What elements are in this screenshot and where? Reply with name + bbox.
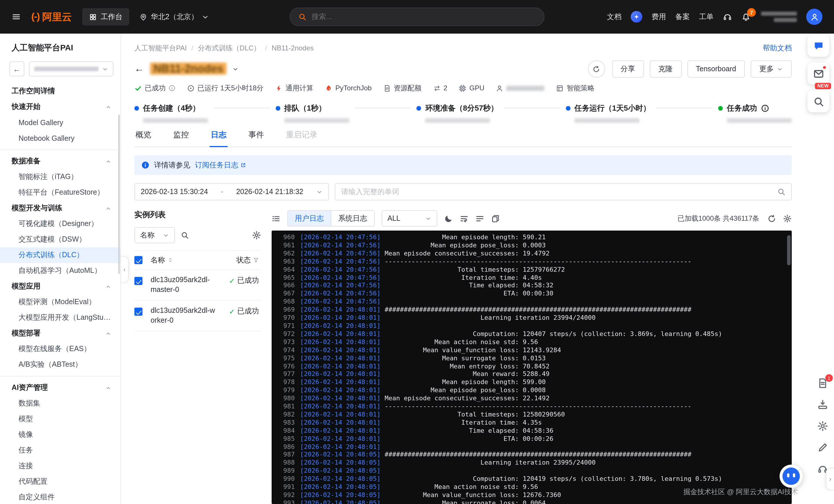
- row-checkbox[interactable]: [134, 277, 142, 285]
- log-list-icon[interactable]: [272, 214, 280, 223]
- help-docs-link[interactable]: 帮助文档: [763, 43, 792, 53]
- region-selector[interactable]: 华北2（北京）: [140, 12, 210, 22]
- breadcrumb-item[interactable]: 人工智能平台PAI: [134, 43, 187, 53]
- wrap-lines-icon[interactable]: [460, 214, 468, 223]
- tab[interactable]: 概览: [134, 130, 152, 147]
- sidebar-scrollbar[interactable]: [118, 115, 120, 274]
- raw-log-icon[interactable]: [476, 214, 484, 223]
- tab[interactable]: 日志: [210, 130, 227, 147]
- log-output[interactable]: 960[2026-02-14 20:47:56] Mean episode le…: [272, 231, 792, 504]
- log-refresh-icon[interactable]: [767, 214, 776, 223]
- sidebar-item[interactable]: 大模型应用开发（LangStudio...: [0, 310, 120, 326]
- sidebar-item[interactable]: 模型评测（ModelEval）: [0, 294, 120, 310]
- step-dot: [134, 106, 139, 111]
- sidebar-item[interactable]: A/B实验（ABTest）: [0, 357, 120, 372]
- sidebar-item[interactable]: 连接: [0, 458, 120, 474]
- notifications-button[interactable]: 7: [741, 12, 751, 21]
- select-all-checkbox[interactable]: [134, 256, 142, 264]
- settings-button[interactable]: [817, 421, 828, 433]
- workbench-button[interactable]: 工作台: [82, 8, 129, 25]
- support-icon[interactable]: [723, 12, 732, 21]
- global-search[interactable]: [290, 7, 544, 26]
- sidebar-item[interactable]: 快速开始: [0, 99, 120, 115]
- sidebar-item[interactable]: AI资产管理: [0, 380, 120, 396]
- ai-assistant-button[interactable]: [807, 35, 829, 57]
- search-icon[interactable]: [777, 188, 785, 196]
- log-level-select[interactable]: ALL: [382, 210, 437, 226]
- sidebar-item[interactable]: 模型: [0, 411, 120, 427]
- sidebar-item[interactable]: 代码配置: [0, 474, 120, 489]
- sidebar-item[interactable]: 特征平台（FeatureStore）: [0, 185, 120, 200]
- sidebar-item[interactable]: 数据集: [0, 396, 120, 411]
- sidebar-item[interactable]: Notebook Gallery: [0, 130, 120, 146]
- clone-button[interactable]: 克隆: [650, 60, 681, 78]
- chatbot-button[interactable]: [780, 465, 803, 488]
- sidebar-item[interactable]: 智能标注（iTAG）: [0, 169, 120, 185]
- job-switch-dropdown-icon[interactable]: [233, 66, 239, 72]
- user-log-tab[interactable]: 用户日志: [288, 211, 331, 226]
- messages-button[interactable]: NEW: [807, 63, 829, 85]
- sidebar-item[interactable]: 模型开发与训练: [0, 200, 120, 216]
- sidebar-item[interactable]: 工作空间详情: [0, 83, 120, 99]
- instance-settings-icon[interactable]: [252, 231, 261, 240]
- log-scrollbar[interactable]: [787, 235, 791, 265]
- survey-button[interactable]: 1: [817, 378, 828, 391]
- sidebar-item[interactable]: 自动机器学习（AutoML）: [0, 263, 120, 279]
- workspace-selector[interactable]: [29, 61, 113, 76]
- rail-collapse-handle[interactable]: ›: [826, 468, 834, 490]
- info-icon[interactable]: [169, 85, 175, 91]
- keyword-input[interactable]: [341, 188, 773, 196]
- instance-search-icon[interactable]: [181, 231, 189, 239]
- dark-mode-toggle-icon[interactable]: [444, 214, 453, 223]
- aliyun-logo[interactable]: (-) 阿里云: [31, 10, 72, 23]
- billing-link[interactable]: 费用: [652, 12, 666, 22]
- tab[interactable]: 事件: [247, 130, 265, 147]
- rail-search-button[interactable]: [807, 90, 829, 112]
- feedback-button[interactable]: [817, 442, 828, 455]
- copy-log-icon[interactable]: [491, 214, 500, 223]
- sidebar-item-label: 模型应用: [12, 282, 105, 291]
- sidebar-item[interactable]: 模型部署: [0, 326, 120, 341]
- icp-link[interactable]: 备案: [675, 12, 690, 22]
- back-button[interactable]: ←: [134, 63, 144, 75]
- share-button[interactable]: 分享: [612, 60, 644, 78]
- filter-funnel-icon[interactable]: [253, 257, 259, 263]
- table-row[interactable]: dlc13uz095ark2dl-worker-0✓已成功: [134, 301, 261, 331]
- info-icon[interactable]: [761, 104, 769, 112]
- sort-icon[interactable]: [168, 257, 173, 263]
- hamburger-menu-icon[interactable]: [12, 12, 21, 21]
- table-row[interactable]: dlc13uz095ark2dl-master-0✓已成功: [134, 270, 261, 301]
- name-filter-select[interactable]: 名称: [134, 227, 175, 243]
- sidebar-item[interactable]: 自定义组件: [0, 489, 120, 504]
- sidebar-item[interactable]: 模型在线服务（EAS）: [0, 341, 120, 357]
- sidebar-item[interactable]: 分布式训练（DLC）: [0, 247, 120, 263]
- row-checkbox[interactable]: [134, 308, 142, 316]
- sidebar-item[interactable]: 可视化建模（Designer）: [0, 216, 120, 232]
- docs-link[interactable]: 文档: [607, 12, 621, 22]
- workspace-back-button[interactable]: ←: [9, 61, 24, 76]
- sidebar-item[interactable]: 交互式建模（DSW）: [0, 232, 120, 247]
- time-range-picker[interactable]: 2026-02-13 15:30:24 - 2026-02-14 21:18:3…: [134, 183, 329, 200]
- more-button[interactable]: 更多: [751, 60, 792, 78]
- sidebar-item[interactable]: Model Gallery: [0, 115, 120, 130]
- app-center-icon[interactable]: ✦: [631, 11, 642, 23]
- column-name[interactable]: 名称: [151, 255, 216, 265]
- tab[interactable]: 监控: [172, 130, 190, 147]
- breadcrumb-item[interactable]: 分布式训练（DLC）: [198, 43, 261, 53]
- subscribe-log-link[interactable]: 订阅任务日志: [195, 160, 246, 170]
- refresh-button[interactable]: [588, 60, 605, 78]
- log-settings-icon[interactable]: [783, 214, 792, 223]
- tickets-link[interactable]: 工单: [699, 12, 714, 22]
- avatar[interactable]: [806, 9, 822, 25]
- sidebar-item[interactable]: 模型应用: [0, 279, 120, 294]
- tensorboard-button[interactable]: Tensorboard: [687, 60, 745, 78]
- download-button[interactable]: [817, 399, 828, 412]
- global-search-input[interactable]: [312, 13, 536, 21]
- system-log-tab[interactable]: 系统日志: [331, 211, 374, 226]
- column-status[interactable]: 状态: [236, 255, 261, 265]
- tab[interactable]: 重启记录: [285, 130, 319, 147]
- sidebar-item[interactable]: 数据准备: [0, 154, 120, 169]
- sidebar-item[interactable]: 镜像: [0, 427, 120, 443]
- sidebar-item[interactable]: 任务: [0, 443, 120, 458]
- sidebar-collapse-handle[interactable]: ‹: [121, 256, 129, 283]
